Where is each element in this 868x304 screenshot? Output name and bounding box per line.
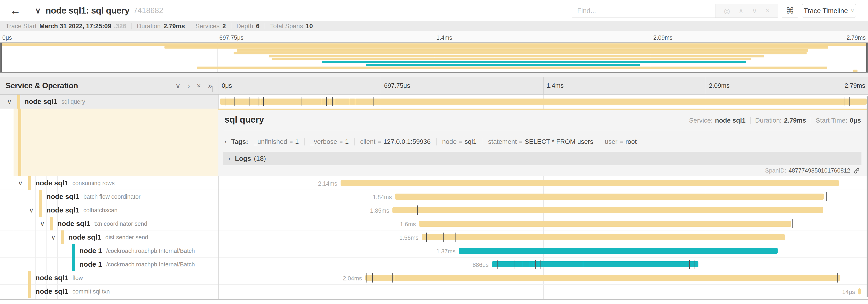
span-row[interactable]: node sql1commit sql txn [0, 284, 218, 298]
expand-all-icon[interactable]: » [208, 81, 212, 90]
tag-key: statement [488, 138, 517, 145]
stat-value-suffix: .326 [114, 23, 126, 30]
clear-search-icon[interactable]: × [766, 7, 770, 15]
span-row[interactable]: ∨node sql1colbatchscan [0, 203, 218, 217]
prev-match-icon[interactable]: ∧ [738, 7, 744, 15]
span-row[interactable]: node 1/cockroach.roachpb.Internal/Batch [0, 244, 218, 258]
collapse-children-icon[interactable]: ∨ [40, 220, 50, 228]
span-bar-row[interactable]: 1.37ms [218, 244, 868, 258]
span-bar[interactable] [365, 275, 840, 281]
span-row[interactable]: node sql1flow [0, 271, 218, 284]
tag-item[interactable]: user=root [605, 138, 642, 145]
vertical-scrollbar[interactable] [867, 96, 868, 297]
trace-view-selector[interactable]: Trace Timeline ∨ [802, 4, 856, 18]
tags-row[interactable]: › Tags: _unfinished=1_verbose=1client=12… [224, 134, 861, 149]
tag-value: 127.0.0.1:59936 [383, 138, 431, 145]
span-row[interactable]: ∨node sql1txn coordinator send [0, 217, 218, 231]
operation-name: batch flow coordinator [83, 193, 141, 200]
collapse-trace-chevron-icon[interactable]: ∨ [35, 6, 41, 15]
log-marker-tick [394, 273, 394, 282]
tag-equals: = [378, 139, 381, 145]
tag-value: 1 [295, 138, 299, 145]
span-bar-row[interactable]: 2.14ms [218, 176, 868, 190]
deep-link-icon[interactable] [854, 167, 860, 174]
log-marker-tick [263, 97, 264, 106]
log-marker-tick [322, 97, 322, 106]
tag-item[interactable]: _verbose=1 [310, 138, 354, 145]
expand-logs-icon[interactable]: › [228, 155, 230, 162]
span-row[interactable]: ∨node sql1consuming rows [0, 176, 218, 190]
ruler-gridline [543, 77, 544, 94]
logs-toggle[interactable]: › Logs (18) [223, 152, 862, 165]
collapse-one-icon[interactable]: ∨ [175, 81, 181, 90]
timeline-ruler: 0μs697.75μs1.4ms2.09ms2.79ms [218, 77, 868, 94]
tag-item[interactable]: _unfinished=1 [254, 138, 305, 145]
span-duration-label: 14μs [842, 289, 855, 295]
service-color-swatch [50, 217, 53, 231]
log-marker-tick [335, 97, 335, 106]
minimap-span-bar [234, 52, 807, 55]
service-color-swatch [28, 176, 31, 190]
collapse-children-icon[interactable]: ∨ [7, 98, 17, 105]
span-bar-row[interactable]: 886μs [218, 258, 868, 271]
span-bar-row[interactable]: 1.84ms [218, 190, 868, 203]
collapse-children-icon[interactable]: ∨ [18, 179, 28, 187]
service-name: node sql1 [58, 220, 90, 228]
log-marker-tick [261, 97, 261, 106]
minimap-rows [2, 43, 866, 72]
tags-label: Tags: [231, 138, 248, 145]
column-resize-grip[interactable] [212, 87, 215, 92]
span-bar[interactable] [220, 99, 867, 105]
span-bar[interactable] [492, 261, 699, 267]
span-bar-row[interactable]: 1.56ms [218, 231, 868, 244]
tag-item[interactable]: node=sql1 [442, 138, 483, 145]
span-duration-label: 1.56ms [399, 234, 418, 241]
service-name: node sql1 [35, 274, 68, 282]
expand-tags-icon[interactable]: › [224, 138, 226, 145]
span-row[interactable]: node sql1batch flow coordinator [0, 190, 218, 203]
span-bar[interactable] [393, 207, 823, 213]
span-row-sql-query[interactable]: ∨ node sql1 sql query [0, 95, 218, 108]
find-input[interactable]: Find... [572, 4, 715, 18]
trace-stat: Depth6 [237, 23, 259, 30]
service-name: node 1 [80, 260, 102, 268]
tag-item[interactable]: client=127.0.0.1:59936 [360, 138, 437, 145]
span-bar[interactable] [858, 289, 861, 295]
log-marker-tick [540, 260, 541, 269]
span-bar[interactable] [459, 248, 778, 254]
span-bar-row[interactable]: 1.85ms [218, 203, 868, 217]
collapse-children-icon[interactable]: ∨ [51, 234, 61, 241]
log-marker-tick [393, 273, 393, 282]
collapse-all-icon[interactable]: » [195, 83, 203, 88]
span-detail-panel: sql query Service: node sql1 Duration: 2… [218, 108, 868, 176]
locate-icon[interactable]: ◎ [724, 7, 730, 15]
span-bar[interactable] [341, 180, 839, 186]
minimap-tick-label: 1.4ms [436, 34, 452, 41]
tag-equals: = [339, 139, 343, 145]
timeline-minimap[interactable] [0, 42, 868, 73]
duration-label: Duration: [755, 117, 782, 124]
back-button[interactable]: ← [0, 0, 31, 21]
keyboard-shortcuts-button[interactable]: ⌘ [782, 4, 798, 18]
expand-one-icon[interactable]: › [188, 81, 190, 90]
span-bar-row-sql-query[interactable] [218, 95, 868, 108]
span-bar[interactable] [419, 221, 792, 227]
logs-label: Logs [235, 155, 251, 163]
minimap-left-handle[interactable] [0, 43, 2, 72]
span-bar[interactable] [395, 194, 824, 200]
operation-name: commit sql txn [72, 288, 110, 295]
span-row[interactable]: ∨node sql1dist sender send [0, 231, 218, 244]
stat-separator [265, 23, 265, 29]
span-bar-row[interactable]: 14μs [218, 284, 868, 298]
span-bar-row[interactable]: 1.6ms [218, 217, 868, 231]
tag-item[interactable]: statement=SELECT * FROM users [488, 138, 599, 145]
service-color-swatch [28, 271, 31, 284]
span-row[interactable]: node 1/cockroach.roachpb.Internal/Batch [0, 258, 218, 271]
stat-label: Total Spans [270, 23, 303, 30]
span-bar-row[interactable]: 2.04ms [218, 271, 868, 284]
span-bar[interactable] [422, 234, 785, 240]
log-marker-tick [417, 205, 417, 215]
next-match-icon[interactable]: ∨ [752, 7, 757, 15]
collapse-children-icon[interactable]: ∨ [29, 206, 39, 214]
minimap-right-handle[interactable] [866, 43, 868, 72]
